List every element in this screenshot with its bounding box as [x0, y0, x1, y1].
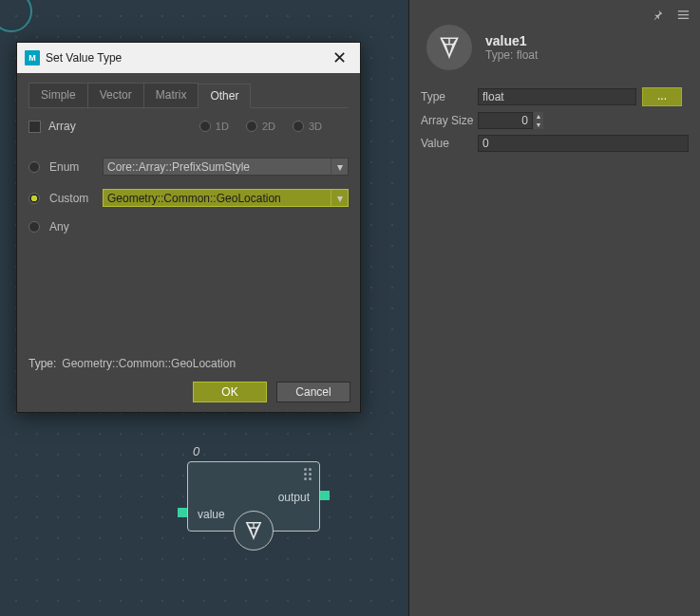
menu-icon[interactable] — [676, 8, 691, 22]
dim-2d-label: 2D — [262, 121, 275, 132]
custom-combo-value: Geometry::Common::GeoLocation — [107, 192, 281, 205]
node-output-label: output — [278, 491, 310, 504]
value-label: Value — [421, 137, 478, 150]
any-radio[interactable] — [28, 221, 40, 233]
custom-radio[interactable] — [28, 193, 40, 204]
custom-label: Custom — [49, 192, 93, 205]
array-size-label: Array Size — [421, 114, 478, 127]
diamond-icon — [437, 35, 462, 60]
array-size-field[interactable] — [478, 112, 533, 129]
dim-1d-radio[interactable] — [199, 121, 211, 132]
array-checkbox[interactable] — [28, 121, 41, 133]
node-input-port[interactable] — [178, 508, 187, 517]
enum-combo-value: Core::Array::PrefixSumStyle — [107, 160, 250, 174]
tab-other[interactable]: Other — [198, 84, 251, 108]
dim-1d-label: 1D — [216, 121, 229, 132]
value-field[interactable] — [478, 135, 689, 152]
panel-type-icon — [426, 25, 472, 70]
type-label: Type — [421, 90, 478, 103]
resolved-type-value: Geometry::Common::GeoLocation — [62, 357, 236, 370]
type-tabs: Simple Vector Matrix Other — [28, 83, 349, 108]
enum-label: Enum — [49, 160, 93, 174]
spinner-down[interactable]: ▼ — [534, 121, 543, 129]
type-field[interactable] — [478, 88, 636, 105]
node-value-label: value — [198, 508, 225, 521]
dim-2d-radio[interactable] — [246, 121, 257, 132]
panel-title: value1 — [485, 33, 538, 48]
chevron-down-icon: ▾ — [331, 190, 348, 206]
panel-subtitle: Type: float — [485, 48, 538, 62]
node-type-icon — [234, 511, 274, 551]
any-label: Any — [49, 220, 93, 233]
enum-radio[interactable] — [28, 161, 40, 173]
dialog-titlebar[interactable]: M Set Value Type ✕ — [17, 43, 360, 73]
tab-matrix[interactable]: Matrix — [143, 83, 199, 107]
dialog-title: Set Value Type — [46, 51, 122, 65]
properties-panel: value1 Type: float Type ... Array Size ▲… — [408, 0, 700, 616]
dim-3d-radio[interactable] — [293, 121, 304, 132]
custom-combo[interactable]: Geometry::Common::GeoLocation ▾ — [103, 189, 349, 207]
resolved-type-label: Type: — [28, 357, 56, 370]
enum-combo[interactable]: Core::Array::PrefixSumStyle ▾ — [103, 158, 349, 176]
node-drag-handle[interactable] — [304, 468, 312, 480]
node-header-label: 0 — [193, 444, 320, 458]
array-label: Array — [48, 120, 76, 133]
chevron-down-icon: ▾ — [331, 159, 348, 175]
value-node[interactable]: 0 output value — [187, 444, 320, 532]
node-output-port[interactable] — [320, 491, 330, 500]
close-icon[interactable]: ✕ — [326, 45, 352, 71]
ok-button[interactable]: OK — [193, 382, 267, 402]
tab-simple[interactable]: Simple — [28, 83, 88, 107]
cancel-button[interactable]: Cancel — [276, 382, 350, 402]
spinner-up[interactable]: ▲ — [534, 112, 543, 121]
tab-vector[interactable]: Vector — [87, 83, 144, 107]
maya-logo-icon: M — [25, 50, 40, 65]
dim-3d-label: 3D — [309, 121, 322, 132]
type-browse-button[interactable]: ... — [642, 87, 682, 106]
diamond-icon — [243, 520, 264, 541]
pin-icon[interactable] — [651, 8, 665, 22]
node-body[interactable]: output value — [187, 461, 320, 532]
set-value-type-dialog: M Set Value Type ✕ Simple Vector Matrix … — [16, 42, 361, 413]
